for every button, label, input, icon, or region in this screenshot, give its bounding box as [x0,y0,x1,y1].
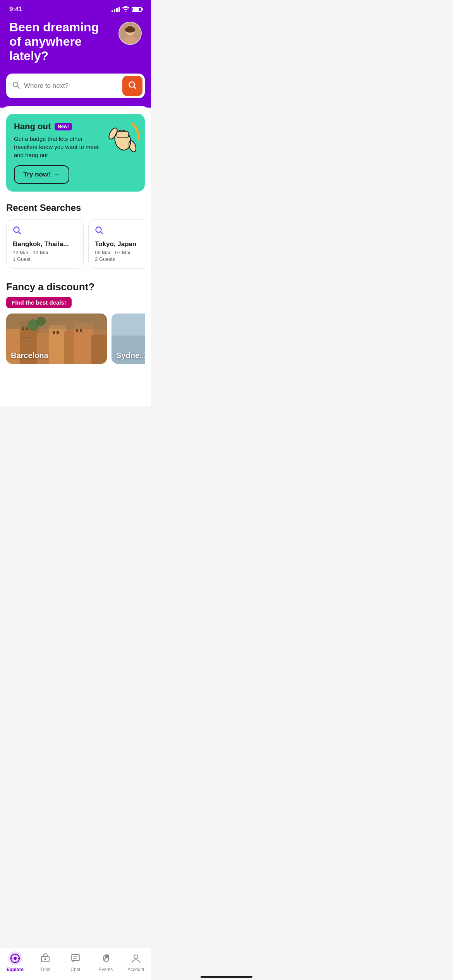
discount-section: Fancy a discount? Find the best deals! [6,281,145,364]
svg-rect-33 [22,337,26,338]
svg-rect-35 [6,314,107,329]
search-button-icon [128,81,137,91]
status-time: 9:41 [9,5,22,13]
recent-searches-title: Recent Searches [6,202,145,213]
search-bar[interactable] [6,74,145,98]
discount-title: Fancy a discount? [6,281,145,293]
banner-title: Hang out [14,122,51,132]
status-bar: 9:41 [0,0,151,16]
battery-icon [132,7,142,12]
card-guests-bangkok: 1 Guest [13,256,77,262]
svg-line-5 [17,86,19,88]
search-icon-left [12,81,20,91]
status-icons [112,6,142,13]
search-card-tokyo[interactable]: Tokyo, Japan 06 Mar - 07 Mar 2 Guests [88,219,145,269]
search-button[interactable] [122,76,142,96]
svg-rect-32 [80,329,82,332]
svg-rect-14 [117,132,129,138]
shaka-icon [105,120,140,155]
svg-rect-26 [91,335,107,364]
svg-rect-34 [27,337,31,338]
avatar-image [119,22,141,44]
svg-line-18 [101,232,103,234]
avatar[interactable] [118,22,142,45]
new-badge: New! [55,123,72,130]
svg-line-16 [19,232,21,234]
deal-city-sydney: Sydne... [116,351,145,360]
main-content: Hang out New! Get a badge that lets othe… [0,106,151,406]
deal-card-barcelona[interactable]: Barcelona [6,314,107,364]
signal-icon [112,7,120,12]
card-search-icon-tokyo [95,226,145,236]
banner-description: Get a badge that lets other travellers k… [14,135,107,159]
card-search-icon-bangkok [13,226,77,236]
svg-rect-30 [57,331,59,334]
svg-rect-29 [53,331,55,334]
card-location-tokyo: Tokyo, Japan [95,240,145,248]
svg-rect-31 [76,329,78,332]
svg-point-3 [127,26,134,30]
try-now-button[interactable]: Try now! → [14,165,69,184]
header: Been dreaming of anywhere lately? [0,16,151,74]
card-dates-tokyo: 06 Mar - 07 Mar [95,250,145,255]
wifi-icon [122,6,129,13]
card-dates-bangkok: 12 Mar - 13 Mar [13,250,77,255]
deal-card-sydney[interactable]: Sydne... [112,314,145,364]
svg-line-7 [134,86,136,89]
deal-city-barcelona: Barcelona [11,351,48,360]
deals-badge: Find the best deals! [6,297,72,308]
card-guests-tokyo: 2 Guests [95,256,145,262]
recent-searches-list: Bangkok, Thaila... 12 Mar - 13 Mar 1 Gue… [6,219,145,270]
header-title: Been dreaming of anywhere lately? [9,20,110,63]
card-location-bangkok: Bangkok, Thaila... [13,240,77,248]
search-input[interactable] [24,82,118,90]
deals-cards-list: Barcelona Sydne... [6,314,145,364]
svg-point-37 [36,317,46,326]
search-card-bangkok[interactable]: Bangkok, Thaila... 12 Mar - 13 Mar 1 Gue… [6,219,84,269]
hangout-banner: Hang out New! Get a badge that lets othe… [6,114,145,192]
search-container [0,74,151,108]
